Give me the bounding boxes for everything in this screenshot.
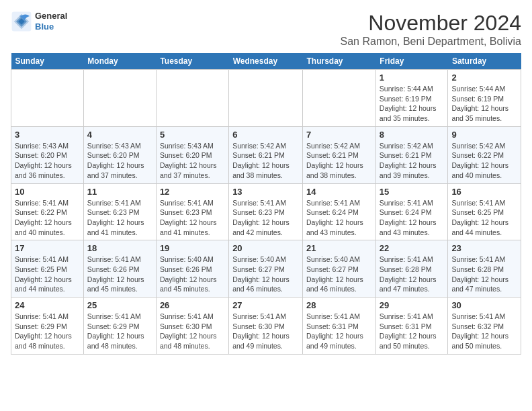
day-detail: Sunrise: 5:42 AMSunset: 6:21 PMDaylight:…: [306, 141, 372, 181]
day-number: 5: [160, 130, 225, 140]
calendar-day-header: Wednesday: [229, 53, 303, 70]
day-number: 17: [15, 243, 80, 253]
day-number: 13: [232, 187, 299, 197]
calendar-cell: 28Sunrise: 5:41 AMSunset: 6:31 PMDayligh…: [303, 298, 376, 355]
calendar-cell: 20Sunrise: 5:40 AMSunset: 6:27 PMDayligh…: [229, 240, 303, 298]
calendar-week-row: 10Sunrise: 5:41 AMSunset: 6:22 PMDayligh…: [11, 183, 521, 240]
day-number: 10: [15, 187, 80, 197]
calendar-cell: 16Sunrise: 5:41 AMSunset: 6:25 PMDayligh…: [448, 183, 521, 240]
calendar-cell: 5Sunrise: 5:43 AMSunset: 6:20 PMDaylight…: [156, 126, 228, 183]
calendar-table: SundayMondayTuesdayWednesdayThursdayFrid…: [11, 53, 521, 355]
calendar-cell: [229, 70, 303, 127]
calendar-cell: 27Sunrise: 5:41 AMSunset: 6:30 PMDayligh…: [229, 298, 303, 355]
day-detail: Sunrise: 5:40 AMSunset: 6:27 PMDaylight:…: [306, 255, 372, 294]
day-detail: Sunrise: 5:42 AMSunset: 6:21 PMDaylight:…: [380, 141, 445, 181]
calendar-cell: 23Sunrise: 5:41 AMSunset: 6:28 PMDayligh…: [448, 240, 521, 298]
subtitle: San Ramon, Beni Department, Bolivia: [341, 36, 521, 48]
day-detail: Sunrise: 5:43 AMSunset: 6:20 PMDaylight:…: [15, 141, 80, 181]
calendar-cell: [303, 70, 376, 127]
calendar-cell: [83, 70, 156, 127]
day-detail: Sunrise: 5:41 AMSunset: 6:31 PMDaylight:…: [306, 312, 372, 351]
day-detail: Sunrise: 5:42 AMSunset: 6:22 PMDaylight:…: [451, 141, 517, 181]
day-detail: Sunrise: 5:41 AMSunset: 6:30 PMDaylight:…: [232, 312, 299, 351]
logo-line1: General: [35, 11, 67, 21]
calendar-cell: 14Sunrise: 5:41 AMSunset: 6:24 PMDayligh…: [303, 183, 376, 240]
day-number: 15: [380, 187, 445, 197]
calendar-day-header: Friday: [375, 53, 448, 70]
calendar-cell: 15Sunrise: 5:41 AMSunset: 6:24 PMDayligh…: [375, 183, 448, 240]
day-number: 19: [160, 243, 225, 253]
calendar-cell: 26Sunrise: 5:41 AMSunset: 6:30 PMDayligh…: [156, 298, 228, 355]
day-number: 16: [451, 187, 517, 197]
day-number: 14: [306, 187, 372, 197]
day-number: 28: [306, 300, 372, 310]
day-number: 29: [380, 300, 445, 310]
day-detail: Sunrise: 5:41 AMSunset: 6:29 PMDaylight:…: [87, 312, 152, 351]
calendar-cell: 19Sunrise: 5:40 AMSunset: 6:26 PMDayligh…: [156, 240, 228, 298]
day-number: 27: [232, 300, 299, 310]
calendar-week-row: 17Sunrise: 5:41 AMSunset: 6:25 PMDayligh…: [11, 240, 521, 298]
calendar-cell: 3Sunrise: 5:43 AMSunset: 6:20 PMDaylight…: [11, 126, 84, 183]
calendar-cell: [156, 70, 228, 127]
calendar-day-header: Tuesday: [156, 53, 228, 70]
logo-icon: [11, 11, 32, 32]
day-detail: Sunrise: 5:40 AMSunset: 6:26 PMDaylight:…: [160, 255, 225, 294]
day-detail: Sunrise: 5:41 AMSunset: 6:22 PMDaylight:…: [15, 198, 80, 238]
day-detail: Sunrise: 5:41 AMSunset: 6:23 PMDaylight:…: [160, 198, 225, 238]
calendar-cell: 30Sunrise: 5:41 AMSunset: 6:32 PMDayligh…: [448, 298, 521, 355]
day-number: 20: [232, 243, 299, 253]
day-detail: Sunrise: 5:44 AMSunset: 6:19 PMDaylight:…: [451, 84, 517, 124]
day-number: 2: [451, 73, 517, 83]
day-detail: Sunrise: 5:42 AMSunset: 6:21 PMDaylight:…: [232, 141, 299, 181]
day-number: 3: [15, 130, 80, 140]
calendar-cell: [11, 70, 84, 127]
calendar-day-header: Monday: [83, 53, 156, 70]
day-detail: Sunrise: 5:41 AMSunset: 6:25 PMDaylight:…: [451, 198, 517, 238]
day-number: 30: [451, 300, 517, 310]
day-detail: Sunrise: 5:41 AMSunset: 6:23 PMDaylight:…: [232, 198, 299, 238]
day-detail: Sunrise: 5:41 AMSunset: 6:31 PMDaylight:…: [380, 312, 445, 351]
logo-line2: Blue: [35, 21, 67, 32]
calendar-header-row: SundayMondayTuesdayWednesdayThursdayFrid…: [11, 53, 521, 70]
page-header: General Blue November 2024 San Ramon, Be…: [11, 11, 521, 48]
day-detail: Sunrise: 5:41 AMSunset: 6:32 PMDaylight:…: [451, 312, 517, 351]
calendar-cell: 24Sunrise: 5:41 AMSunset: 6:29 PMDayligh…: [11, 298, 84, 355]
calendar-week-row: 24Sunrise: 5:41 AMSunset: 6:29 PMDayligh…: [11, 298, 521, 355]
calendar-cell: 10Sunrise: 5:41 AMSunset: 6:22 PMDayligh…: [11, 183, 84, 240]
calendar-cell: 17Sunrise: 5:41 AMSunset: 6:25 PMDayligh…: [11, 240, 84, 298]
calendar-cell: 1Sunrise: 5:44 AMSunset: 6:19 PMDaylight…: [375, 70, 448, 127]
day-number: 23: [451, 243, 517, 253]
day-detail: Sunrise: 5:41 AMSunset: 6:30 PMDaylight:…: [160, 312, 225, 351]
calendar-day-header: Sunday: [11, 53, 84, 70]
calendar-cell: 25Sunrise: 5:41 AMSunset: 6:29 PMDayligh…: [83, 298, 156, 355]
day-detail: Sunrise: 5:41 AMSunset: 6:24 PMDaylight:…: [306, 198, 372, 238]
main-title: November 2024: [341, 11, 521, 36]
day-detail: Sunrise: 5:43 AMSunset: 6:20 PMDaylight:…: [87, 141, 152, 181]
day-number: 24: [15, 300, 80, 310]
day-number: 18: [87, 243, 152, 253]
calendar-cell: 9Sunrise: 5:42 AMSunset: 6:22 PMDaylight…: [448, 126, 521, 183]
day-number: 9: [451, 130, 517, 140]
calendar-cell: 2Sunrise: 5:44 AMSunset: 6:19 PMDaylight…: [448, 70, 521, 127]
day-detail: Sunrise: 5:41 AMSunset: 6:26 PMDaylight:…: [87, 255, 152, 294]
day-detail: Sunrise: 5:40 AMSunset: 6:27 PMDaylight:…: [232, 255, 299, 294]
logo: General Blue: [11, 11, 67, 32]
day-number: 22: [380, 243, 445, 253]
calendar-cell: 22Sunrise: 5:41 AMSunset: 6:28 PMDayligh…: [375, 240, 448, 298]
day-number: 11: [87, 187, 152, 197]
calendar-week-row: 3Sunrise: 5:43 AMSunset: 6:20 PMDaylight…: [11, 126, 521, 183]
calendar-cell: 11Sunrise: 5:41 AMSunset: 6:23 PMDayligh…: [83, 183, 156, 240]
calendar-cell: 29Sunrise: 5:41 AMSunset: 6:31 PMDayligh…: [375, 298, 448, 355]
calendar-day-header: Thursday: [303, 53, 376, 70]
day-number: 6: [232, 130, 299, 140]
day-detail: Sunrise: 5:41 AMSunset: 6:25 PMDaylight:…: [15, 255, 80, 294]
day-detail: Sunrise: 5:44 AMSunset: 6:19 PMDaylight:…: [380, 84, 445, 124]
day-number: 1: [380, 73, 445, 83]
day-detail: Sunrise: 5:41 AMSunset: 6:29 PMDaylight:…: [15, 312, 80, 351]
calendar-cell: 13Sunrise: 5:41 AMSunset: 6:23 PMDayligh…: [229, 183, 303, 240]
day-number: 26: [160, 300, 225, 310]
calendar-cell: 8Sunrise: 5:42 AMSunset: 6:21 PMDaylight…: [375, 126, 448, 183]
day-number: 25: [87, 300, 152, 310]
calendar-cell: 18Sunrise: 5:41 AMSunset: 6:26 PMDayligh…: [83, 240, 156, 298]
day-number: 4: [87, 130, 152, 140]
